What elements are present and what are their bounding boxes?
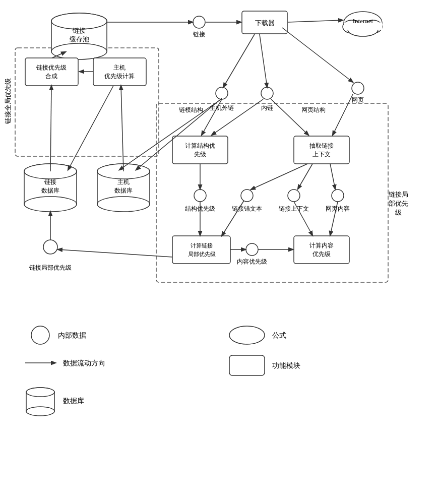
svg-rect-24 (294, 136, 349, 164)
svg-rect-15 (93, 58, 146, 86)
svg-rect-110 (229, 355, 265, 375)
svg-text:合成: 合成 (45, 73, 57, 80)
svg-text:链接优先级: 链接优先级 (36, 64, 67, 71)
svg-point-8 (24, 197, 77, 212)
svg-rect-14 (25, 58, 78, 86)
svg-text:功能模块: 功能模块 (272, 362, 300, 369)
svg-line-48 (298, 164, 312, 189)
svg-text:网页内容: 网页内容 (326, 205, 350, 212)
svg-line-39 (288, 20, 343, 22)
svg-text:Internet: Internet (353, 17, 373, 25)
svg-rect-23 (172, 136, 228, 164)
svg-text:主机: 主机 (117, 178, 130, 185)
svg-line-58 (50, 86, 51, 171)
svg-text:链接: 链接 (44, 178, 56, 185)
svg-point-34 (246, 243, 258, 256)
svg-text:局部优先级: 局部优先级 (188, 251, 216, 257)
svg-point-33 (332, 190, 344, 202)
svg-point-29 (261, 87, 273, 99)
svg-point-36 (352, 82, 364, 94)
svg-text:计算链接: 计算链接 (191, 242, 213, 248)
svg-line-65 (251, 164, 307, 190)
svg-point-28 (216, 87, 228, 99)
svg-text:抽取链接: 抽取链接 (309, 142, 334, 149)
svg-point-35 (43, 240, 57, 254)
svg-text:链接上下文: 链接上下文 (278, 205, 309, 212)
svg-text:部优先: 部优先 (389, 200, 408, 207)
svg-rect-25 (172, 236, 230, 264)
svg-rect-26 (294, 236, 349, 264)
svg-line-42 (282, 28, 353, 82)
svg-text:内部数据: 内部数据 (58, 332, 86, 339)
svg-point-115 (26, 388, 54, 397)
svg-text:链接全局优先级: 链接全局优先级 (4, 78, 12, 124)
svg-point-31 (241, 190, 253, 202)
svg-point-32 (288, 190, 300, 202)
svg-text:公式: 公式 (272, 332, 286, 339)
svg-text:链模结构: 链模结构 (178, 106, 203, 113)
svg-line-56 (58, 249, 172, 257)
svg-line-45 (271, 99, 308, 135)
svg-text:缓存池: 缓存池 (70, 35, 89, 43)
svg-text:数据库: 数据库 (114, 187, 133, 194)
svg-point-12 (97, 197, 150, 212)
svg-text:优先级计算: 优先级计算 (104, 73, 135, 80)
architecture-diagram: 链接 缓存池 下载器 Internet 链接优先级 合成 主机 优先级计算 链接… (0, 0, 438, 504)
svg-text:级: 级 (395, 209, 402, 216)
svg-line-41 (260, 34, 267, 87)
diagram-container: 链接 缓存池 下载器 Internet 链接优先级 合成 主机 优先级计算 链接… (0, 0, 438, 504)
svg-text:先级: 先级 (194, 151, 206, 158)
svg-point-30 (194, 190, 206, 202)
svg-text:网页结构: 网页结构 (301, 106, 326, 113)
svg-text:计算结构优: 计算结构优 (185, 142, 215, 149)
svg-line-59 (121, 86, 123, 171)
svg-text:结构优先级: 结构优先级 (185, 205, 215, 212)
svg-text:链接局: 链接局 (388, 191, 408, 198)
svg-text:内链: 内链 (261, 104, 273, 111)
svg-text:数据流动方向: 数据流动方向 (63, 359, 105, 367)
svg-point-106 (229, 326, 265, 344)
svg-line-40 (223, 34, 255, 87)
svg-point-4 (51, 43, 107, 59)
svg-text:链接: 链接 (72, 27, 86, 34)
svg-text:数据库: 数据库 (41, 187, 59, 194)
svg-text:下载器: 下载器 (255, 19, 275, 27)
svg-text:计算内容: 计算内容 (309, 242, 334, 249)
svg-line-49 (330, 164, 335, 189)
svg-text:上下文: 上下文 (312, 151, 331, 158)
svg-text:优先级: 优先级 (312, 250, 331, 258)
svg-text:网页: 网页 (352, 96, 364, 103)
svg-text:数据库: 数据库 (63, 397, 84, 405)
svg-line-46 (333, 94, 353, 135)
svg-text:链接: 链接 (193, 31, 205, 38)
svg-text:主机: 主机 (113, 64, 126, 71)
svg-text:链接锚文本: 链接锚文本 (231, 205, 262, 212)
svg-point-104 (31, 326, 49, 344)
svg-text:链接局部优先级: 链接局部优先级 (29, 264, 72, 271)
svg-text:内容优先级: 内容优先级 (237, 258, 267, 265)
svg-point-114 (26, 407, 54, 416)
svg-text:主机外链: 主机外链 (210, 104, 234, 111)
svg-line-62 (136, 86, 161, 131)
svg-line-66 (68, 86, 113, 170)
svg-point-27 (193, 16, 205, 28)
